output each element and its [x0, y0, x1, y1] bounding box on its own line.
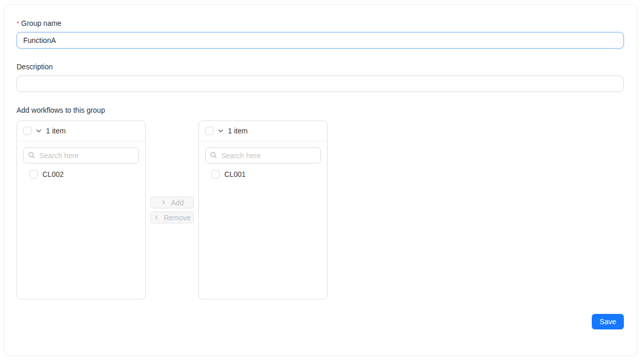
chevron-right-icon — [161, 200, 166, 205]
source-select-all-checkbox[interactable] — [23, 127, 32, 135]
workflows-label: Add workflows to this group — [17, 106, 624, 114]
source-item-list: CL002 — [23, 163, 139, 183]
transfer-operations: Add Remove — [146, 120, 198, 299]
transfer-target-panel: 1 item CL001 — [198, 120, 328, 299]
target-select-all-checkbox[interactable] — [205, 127, 213, 135]
source-search-input[interactable] — [23, 147, 139, 163]
group-name-label-text: Group name — [21, 19, 62, 27]
chevron-left-icon — [154, 215, 159, 220]
group-name-input[interactable] — [17, 32, 624, 49]
source-panel-body: CL002 — [17, 141, 145, 189]
description-label: Description — [17, 63, 624, 71]
target-panel-header: 1 item — [199, 121, 327, 141]
target-search-box — [205, 147, 321, 163]
remove-button[interactable]: Remove — [150, 212, 194, 223]
description-input[interactable] — [17, 76, 624, 92]
chevron-down-icon[interactable] — [36, 128, 42, 134]
workflows-label-text: Add workflows to this group — [17, 106, 105, 114]
item-checkbox[interactable] — [211, 170, 220, 178]
item-label: CL002 — [42, 170, 64, 178]
search-icon — [210, 152, 217, 160]
add-button-label: Add — [171, 199, 184, 207]
workflow-transfer: 1 item CL002 — [17, 120, 624, 299]
add-button[interactable]: Add — [150, 197, 194, 208]
target-search-input[interactable] — [205, 147, 321, 163]
description-label-text: Description — [17, 63, 53, 71]
source-panel-header: 1 item — [17, 121, 145, 141]
group-name-label: * Group name — [17, 19, 624, 27]
chevron-down-icon[interactable] — [218, 128, 224, 134]
remove-button-label: Remove — [164, 214, 191, 222]
search-icon — [28, 152, 35, 160]
save-button[interactable]: Save — [592, 314, 624, 329]
source-search-box — [23, 147, 139, 163]
required-asterisk: * — [17, 20, 19, 27]
group-form-card: * Group name Description Add workflows t… — [4, 4, 637, 356]
item-label: CL001 — [224, 170, 246, 178]
list-item[interactable]: CL001 — [205, 166, 321, 183]
target-item-list: CL001 — [205, 163, 321, 183]
item-checkbox[interactable] — [29, 170, 38, 178]
transfer-source-panel: 1 item CL002 — [17, 120, 146, 299]
list-item[interactable]: CL002 — [23, 166, 139, 183]
target-panel-body: CL001 — [199, 141, 327, 189]
form-footer: Save — [17, 314, 624, 329]
source-count-label: 1 item — [46, 127, 66, 135]
target-count-label: 1 item — [228, 127, 248, 135]
